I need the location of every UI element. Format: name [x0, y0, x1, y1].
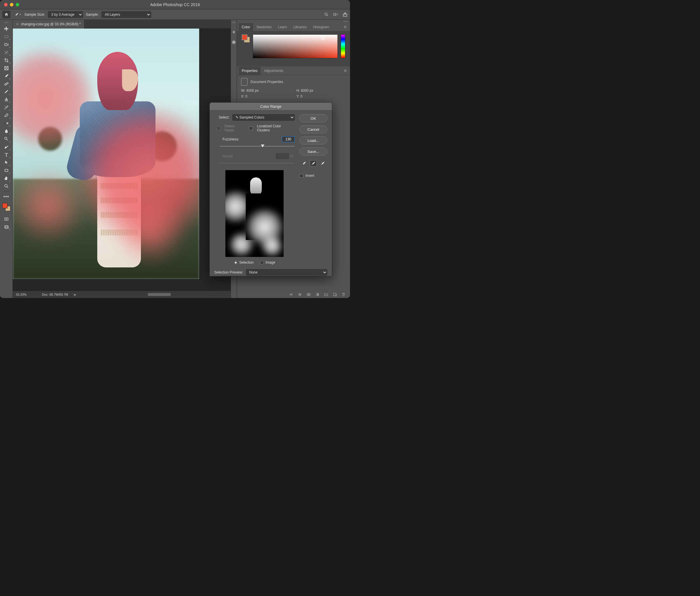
home-button[interactable] [2, 11, 10, 18]
share-button[interactable] [342, 12, 348, 17]
marquee-tool[interactable] [2, 33, 11, 41]
eyedropper-icon [302, 161, 306, 166]
selection-preview-label: Selection Preview: [214, 270, 243, 274]
tool-preset-picker[interactable]: ▾ [14, 11, 22, 18]
frame-tool[interactable] [2, 65, 11, 72]
cancel-button[interactable]: Cancel [299, 125, 327, 133]
eyedropper-tool[interactable] [2, 72, 11, 80]
tab-color[interactable]: Color [239, 23, 253, 31]
delete-layer-icon[interactable] [341, 292, 346, 297]
clone-stamp-tool[interactable] [2, 96, 11, 103]
workspace-button[interactable]: ▾ [333, 12, 338, 17]
select-dropdown[interactable]: ✎ Sampled Colors [232, 114, 295, 121]
eraser-tool[interactable] [2, 111, 11, 119]
tab-libraries[interactable]: Libraries [290, 23, 310, 31]
svg-point-7 [6, 84, 7, 84]
toolbar-grip[interactable] [4, 22, 8, 24]
selection-radio[interactable]: Selection [234, 260, 254, 265]
fx-icon[interactable]: fx [297, 292, 302, 297]
hand-tool[interactable] [2, 174, 11, 182]
fuzziness-slider[interactable] [219, 144, 295, 149]
eyedropper-subtract[interactable] [319, 160, 326, 167]
history-brush-tool[interactable] [2, 104, 11, 111]
lasso-tool[interactable] [2, 41, 11, 48]
brushes-panel-icon[interactable] [231, 40, 236, 45]
minimize-window-button[interactable] [10, 3, 14, 6]
group-icon[interactable] [324, 292, 329, 297]
invert-label: Invert [306, 174, 314, 178]
screen-mode-icon [4, 224, 9, 229]
document-tab[interactable]: × changing-color.jpg @ 33.3% (RGB/8) * [13, 20, 84, 28]
type-tool[interactable] [2, 151, 11, 158]
move-tool[interactable] [2, 25, 11, 33]
svg-point-6 [5, 83, 6, 84]
doc-info[interactable]: Doc: 68.7M/68.7M [42, 293, 68, 296]
eyedropper-sample[interactable] [301, 160, 308, 167]
ok-button[interactable]: OK [299, 114, 327, 122]
color-swatches[interactable] [2, 203, 10, 211]
svg-point-18 [308, 294, 309, 295]
selection-preview-dropdown[interactable]: None [246, 269, 327, 276]
eyedropper-add[interactable] [310, 160, 317, 167]
color-panel [237, 31, 350, 67]
brush-settings-icon[interactable] [231, 30, 236, 35]
localized-label: Localized Color Clusters [257, 124, 295, 132]
zoom-tool[interactable] [2, 182, 11, 190]
spot-heal-tool[interactable] [2, 80, 11, 88]
localized-checkbox[interactable] [249, 126, 253, 130]
brush-tool[interactable] [2, 88, 11, 96]
sample-size-select[interactable]: 3 by 3 Average [48, 11, 83, 18]
range-label: Range: [223, 154, 234, 158]
canvas[interactable] [13, 28, 231, 291]
load-button[interactable]: Load... [299, 136, 327, 145]
layers-panel-footer: fx [289, 292, 346, 297]
pen-tool[interactable] [2, 143, 11, 151]
close-tab-icon[interactable]: × [16, 22, 19, 26]
new-layer-icon[interactable] [333, 292, 337, 297]
dock-grip[interactable] [232, 22, 236, 24]
sample-select[interactable]: All Layers [102, 11, 151, 18]
height-value: 6000 px [301, 89, 313, 93]
panel-menu-button[interactable]: ≡ [342, 24, 348, 30]
arrow-icon [4, 160, 9, 165]
foreground-color[interactable] [2, 203, 7, 208]
tab-swatches[interactable]: Swatches [254, 23, 275, 31]
hue-slider[interactable] [341, 34, 345, 58]
quick-select-tool[interactable] [2, 49, 11, 56]
link-layers-icon[interactable] [289, 292, 293, 297]
selection-preview[interactable] [225, 170, 284, 257]
edit-toolbar-button[interactable]: ••• [2, 193, 11, 200]
tab-histogram[interactable]: Histogram [310, 23, 332, 31]
blur-tool[interactable] [2, 127, 11, 135]
path-select-tool[interactable] [2, 159, 11, 166]
horizontal-scrollbar[interactable] [82, 293, 228, 296]
mask-icon[interactable] [306, 292, 311, 297]
tab-adjustments[interactable]: Adjustments [261, 67, 286, 75]
fuzziness-input[interactable] [282, 136, 295, 142]
document-properties-label: Document Properties [251, 80, 283, 84]
panel-color-swatches[interactable] [242, 34, 250, 43]
fullscreen-window-button[interactable] [16, 3, 19, 6]
color-picker-field[interactable] [253, 34, 338, 58]
panel-foreground-color[interactable] [242, 34, 248, 40]
panel-menu-button[interactable]: ≡ [342, 68, 348, 73]
save-button[interactable]: Save... [299, 147, 327, 155]
close-window-button[interactable] [4, 3, 7, 6]
svg-point-9 [5, 137, 7, 140]
zoom-level[interactable]: 33.33% [16, 293, 36, 296]
svg-rect-12 [5, 218, 8, 221]
rectangle-icon [4, 168, 9, 173]
search-button[interactable] [324, 12, 329, 17]
tab-properties[interactable]: Properties [239, 67, 261, 75]
screen-mode-button[interactable] [2, 223, 11, 231]
stamp-icon [4, 97, 9, 102]
invert-checkbox[interactable] [299, 174, 303, 178]
quick-mask-button[interactable] [2, 215, 11, 223]
tab-learn[interactable]: Learn [275, 23, 290, 31]
dodge-tool[interactable] [2, 135, 11, 143]
rectangle-tool[interactable] [2, 167, 11, 174]
crop-tool[interactable] [2, 56, 11, 64]
gradient-tool[interactable] [2, 119, 11, 127]
adjustment-layer-icon[interactable] [315, 292, 320, 297]
image-radio[interactable]: Image [260, 260, 275, 265]
